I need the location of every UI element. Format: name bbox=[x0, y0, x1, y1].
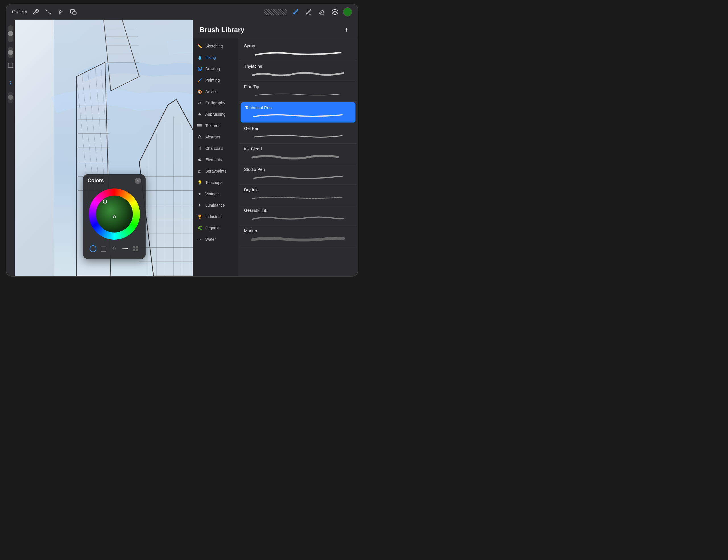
dry-ink-preview bbox=[244, 194, 352, 202]
category-elements[interactable]: ☯ Elements bbox=[193, 154, 238, 166]
color-tab-harmony[interactable] bbox=[110, 244, 119, 253]
category-inking[interactable]: 💧 Inking bbox=[193, 52, 238, 63]
category-textures[interactable]: Textures bbox=[193, 120, 238, 131]
brush-library-panel: Brush Library + ✏️ Sketching 💧 Inking 🌀 … bbox=[193, 20, 358, 276]
category-sketching[interactable]: ✏️ Sketching bbox=[193, 40, 238, 52]
color-tab-disc[interactable] bbox=[88, 244, 98, 253]
svg-rect-78 bbox=[133, 249, 135, 251]
brush-list: Syrup Thylacine bbox=[238, 38, 358, 276]
gallery-button[interactable]: Gallery bbox=[12, 9, 27, 15]
brush-library-header: Brush Library + bbox=[193, 20, 358, 38]
svg-rect-75 bbox=[122, 248, 128, 249]
add-brush-button[interactable]: + bbox=[342, 25, 351, 34]
brush-thylacine[interactable]: Thylacine bbox=[239, 61, 357, 81]
brush-syrup[interactable]: Syrup bbox=[239, 40, 357, 61]
square-icon bbox=[101, 246, 106, 252]
ink-bleed-preview bbox=[244, 153, 352, 161]
selection-icon[interactable] bbox=[57, 8, 65, 16]
toolbar-left: Gallery bbox=[12, 8, 77, 16]
brush-categories: ✏️ Sketching 💧 Inking 🌀 Drawing 🖌️ Paint… bbox=[193, 38, 238, 276]
category-industrial[interactable]: 🏆 Industrial bbox=[193, 211, 238, 222]
brush-tool-button[interactable] bbox=[291, 7, 301, 17]
color-tab-palette[interactable] bbox=[131, 244, 140, 253]
category-luminance[interactable]: ✦ Luminance bbox=[193, 200, 238, 211]
brush-technical-pen[interactable]: Technical Pen bbox=[241, 102, 355, 123]
category-abstract[interactable]: Abstract bbox=[193, 131, 238, 143]
secondary-slider[interactable] bbox=[8, 92, 13, 103]
color-swatch[interactable] bbox=[343, 7, 352, 16]
category-touchups[interactable]: 💡 Touchups bbox=[193, 177, 238, 188]
opacity-slider[interactable] bbox=[8, 47, 13, 58]
fine-tip-preview bbox=[244, 91, 352, 99]
svg-rect-2 bbox=[73, 12, 76, 14]
luminance-icon: ✦ bbox=[197, 203, 202, 208]
svg-line-0 bbox=[48, 12, 50, 14]
brush-ink-bleed[interactable]: Ink Bleed bbox=[239, 144, 357, 164]
organic-icon: 🌿 bbox=[197, 225, 202, 231]
syrup-preview bbox=[244, 50, 352, 58]
charcoals-icon: ||| bbox=[197, 146, 202, 151]
brush-marker[interactable]: Marker bbox=[239, 226, 357, 246]
brush-studio-pen[interactable]: Studio Pen bbox=[239, 164, 357, 185]
color-wheel[interactable] bbox=[89, 189, 140, 240]
industrial-icon: 🏆 bbox=[197, 214, 202, 220]
drawing-icon: 🌀 bbox=[197, 66, 202, 72]
expand-handle[interactable] bbox=[9, 79, 12, 87]
brush-fine-tip[interactable]: Fine Tip bbox=[239, 81, 357, 102]
disc-icon bbox=[90, 245, 96, 252]
category-charcoals[interactable]: ||| Charcoals bbox=[193, 143, 238, 154]
vintage-icon: ★ bbox=[197, 191, 202, 197]
category-calligraphy[interactable]: a Calligraphy bbox=[193, 97, 238, 109]
left-sidebar bbox=[6, 20, 15, 276]
magic-wand-icon[interactable] bbox=[44, 8, 52, 16]
colors-panel-header: Colors × bbox=[83, 174, 146, 186]
undo-button[interactable] bbox=[8, 63, 13, 68]
studio-pen-preview bbox=[244, 174, 352, 181]
gesinski-ink-preview bbox=[244, 214, 352, 222]
spraypaints-icon: 🗂 bbox=[197, 168, 202, 174]
brush-size-slider[interactable] bbox=[8, 25, 13, 42]
color-tabs bbox=[83, 242, 146, 256]
brush-dry-ink[interactable]: Dry Ink bbox=[239, 185, 357, 205]
color-wheel-inner[interactable] bbox=[96, 196, 133, 233]
water-icon: 〰 bbox=[197, 237, 202, 242]
eraser-tool-button[interactable] bbox=[317, 7, 327, 17]
pattern-indicator bbox=[264, 9, 287, 15]
color-picker-cursor-inner bbox=[113, 216, 116, 218]
svg-rect-77 bbox=[136, 246, 138, 249]
layers-button[interactable] bbox=[330, 7, 340, 17]
color-tab-square[interactable] bbox=[99, 244, 108, 253]
brush-gel-pen[interactable]: Gel Pen bbox=[239, 123, 357, 144]
brush-gesinski-ink[interactable]: Gesinski Ink bbox=[239, 205, 357, 226]
calligraphy-icon: a bbox=[197, 100, 202, 106]
svg-rect-79 bbox=[136, 249, 138, 251]
category-water[interactable]: 〰 Water bbox=[193, 234, 238, 245]
svg-marker-69 bbox=[198, 113, 201, 115]
transform-icon[interactable] bbox=[69, 8, 77, 16]
color-tab-gradient[interactable] bbox=[121, 244, 130, 253]
svg-marker-3 bbox=[332, 9, 338, 12]
category-painting[interactable]: 🖌️ Painting bbox=[193, 75, 238, 86]
category-spraypaints[interactable]: 🗂 Spraypaints bbox=[193, 166, 238, 177]
colors-close-button[interactable]: × bbox=[135, 178, 141, 184]
svg-rect-76 bbox=[133, 246, 135, 249]
painting-icon: 🖌️ bbox=[197, 77, 202, 83]
category-airbrushing[interactable]: Airbrushing bbox=[193, 109, 238, 120]
smudge-tool-button[interactable] bbox=[304, 7, 314, 17]
touchups-icon: 💡 bbox=[197, 180, 202, 185]
gel-pen-preview bbox=[244, 133, 352, 141]
elements-icon: ☯ bbox=[197, 157, 202, 163]
harmony-icon bbox=[111, 246, 117, 252]
device-frame: Gallery bbox=[6, 4, 358, 277]
toolbar-right bbox=[264, 7, 352, 17]
category-organic[interactable]: 🌿 Organic bbox=[193, 222, 238, 234]
technical-pen-preview bbox=[245, 112, 351, 120]
svg-marker-73 bbox=[198, 135, 201, 138]
top-bar: Gallery bbox=[6, 4, 358, 20]
category-artistic[interactable]: 🎨 Artistic bbox=[193, 86, 238, 97]
category-drawing[interactable]: 🌀 Drawing bbox=[193, 63, 238, 75]
color-wheel-container[interactable] bbox=[83, 186, 146, 242]
abstract-icon bbox=[197, 134, 202, 140]
wrench-icon[interactable] bbox=[32, 8, 40, 16]
category-vintage[interactable]: ★ Vintage bbox=[193, 188, 238, 200]
